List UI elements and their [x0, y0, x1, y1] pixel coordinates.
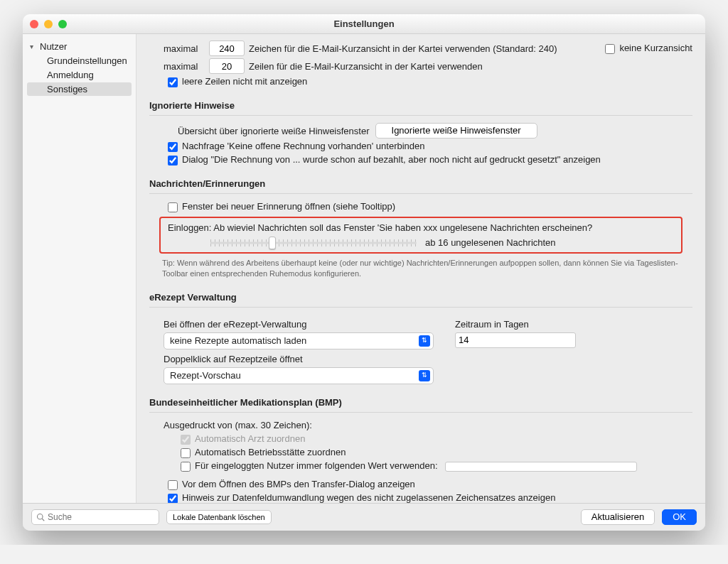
- sidebar-item-sonstiges[interactable]: Sonstiges: [27, 82, 132, 96]
- section-messages-heading: Nachrichten/Erinnerungen: [149, 178, 692, 189]
- max-chars-input[interactable]: [209, 40, 245, 56]
- window-title: Einstellungen: [23, 18, 705, 29]
- search-field[interactable]: [31, 509, 159, 525]
- search-input[interactable]: [48, 512, 154, 522]
- sidebar-root-label: Nutzer: [40, 41, 67, 52]
- max-chars-desc: Zeichen für die E-Mail-Kurzansicht in de…: [249, 43, 557, 54]
- bmp-logged-user-input[interactable]: [445, 462, 637, 472]
- content-pane: maximal Zeichen für die E-Mail-Kurzansic…: [136, 34, 705, 503]
- bmp-logged-user-checkbox[interactable]: [181, 462, 191, 472]
- unread-threshold-slider[interactable]: [210, 238, 417, 248]
- max-lines-label: maximal: [164, 61, 205, 72]
- max-lines-input[interactable]: [209, 58, 245, 74]
- bmp-transfer-dialog-checkbox[interactable]: [168, 480, 178, 490]
- ignored-overview-label: Übersicht über ignorierte weiße Hinweisf…: [178, 126, 370, 136]
- sidebar-item-grundeinstellungen[interactable]: Grundeinstellungen: [27, 54, 132, 67]
- max-lines-desc: Zeilen für die E-Mail-Kurzansicht in der…: [249, 61, 483, 72]
- section-erezept-heading: eRezept Verwaltung: [149, 292, 692, 303]
- erezept-open-label: Bei öffnen der eRezept-Verwaltung: [164, 319, 434, 330]
- bmp-printed-label: Ausgedruckt von (max. 30 Zeichen):: [164, 420, 692, 430]
- bmp-charset-hint-checkbox[interactable]: [168, 494, 178, 503]
- new-reminder-window-checkbox[interactable]: [168, 202, 178, 212]
- slider-value-label: ab 16 ungelesenen Nachrichten: [425, 237, 556, 248]
- no-shortview-checkbox[interactable]: [605, 44, 615, 54]
- bmp-auto-site-checkbox[interactable]: [181, 448, 191, 458]
- titlebar: Einstellungen: [23, 14, 705, 34]
- no-open-invoice-checkbox[interactable]: [168, 142, 178, 152]
- erezept-open-select[interactable]: keine Rezepte automatisch laden ⇅: [164, 332, 434, 349]
- messages-tip: Tip: Wenn während des Arbeitens überhaup…: [162, 258, 680, 279]
- select-arrow-icon: ⇅: [419, 370, 430, 381]
- invoice-dialog-checkbox[interactable]: [168, 156, 178, 166]
- slider-thumb[interactable]: [269, 237, 276, 249]
- login-threshold-question: Einloggen: Ab wieviel Nachrichten soll d…: [168, 222, 674, 233]
- erezept-period-input[interactable]: [455, 332, 576, 348]
- refresh-button[interactable]: Aktualisieren: [581, 509, 655, 525]
- erezept-dblclick-label: Doppelklick auf Rezeptzeile öffnet: [164, 354, 692, 364]
- section-bmp-heading: Bundeseinheitlicher Medikationsplan (BMP…: [149, 397, 692, 408]
- erezept-period-label: Zeitraum in Tagen: [455, 319, 583, 330]
- preferences-window: Einstellungen ▾ Nutzer Grundeinstellunge…: [23, 14, 705, 531]
- ok-button[interactable]: OK: [662, 509, 697, 525]
- select-arrow-icon: ⇅: [419, 335, 430, 347]
- svg-point-0: [38, 514, 43, 520]
- svg-line-1: [42, 519, 44, 521]
- sidebar-item-anmeldung[interactable]: Anmeldung: [27, 68, 132, 82]
- hide-empty-checkbox[interactable]: [168, 77, 178, 87]
- delete-local-db-button[interactable]: Lokale Datenbank löschen: [166, 510, 272, 524]
- footer: Lokale Datenbank löschen Aktualisieren O…: [23, 503, 705, 531]
- erezept-dblclick-select[interactable]: Rezept-Vorschau ⇅: [164, 367, 434, 384]
- bmp-auto-doctor-checkbox: [181, 435, 191, 445]
- chevron-down-icon: ▾: [30, 43, 37, 50]
- ignored-whitebox-button[interactable]: Ignorierte weiße Hinweisfenster: [375, 123, 537, 139]
- sidebar: ▾ Nutzer Grundeinstellungen Anmeldung So…: [23, 34, 136, 503]
- sidebar-root[interactable]: ▾ Nutzer: [23, 40, 136, 53]
- search-icon: [36, 513, 45, 521]
- section-ignored-heading: Ignorierte Hinweise: [149, 100, 692, 111]
- max-chars-label: maximal: [164, 43, 205, 54]
- highlighted-region: Einloggen: Ab wieviel Nachrichten soll d…: [159, 217, 682, 254]
